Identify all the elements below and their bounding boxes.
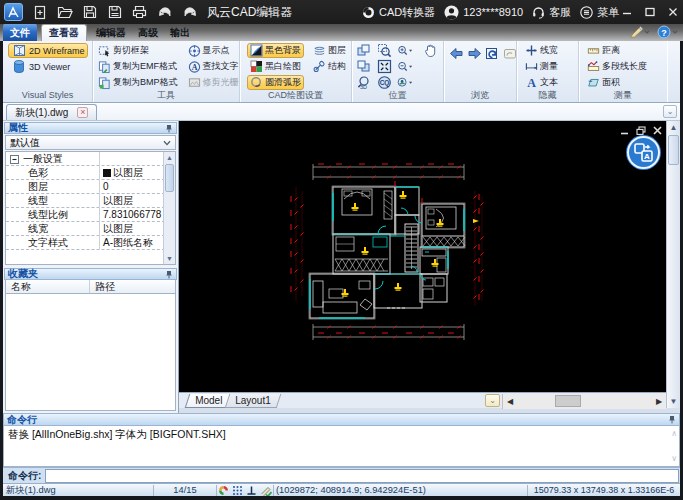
scroll-up-icon[interactable]: ▲ [164, 152, 175, 163]
zoom-in-button[interactable] [397, 42, 413, 58]
zoom-extents-button[interactable] [376, 58, 392, 74]
ortho-toggle-icon[interactable] [246, 485, 257, 496]
minimize-button[interactable] [619, 4, 634, 20]
user-account-button[interactable]: 123****8910 [444, 5, 523, 20]
maximize-button[interactable] [642, 4, 657, 20]
drawing-canvas[interactable]: A [179, 121, 666, 392]
new-file-button[interactable] [31, 4, 48, 21]
hide-measure-button[interactable]: 测量 [522, 59, 561, 74]
hide-line-width-button[interactable]: 线宽 [522, 43, 561, 58]
property-row-lineweight[interactable]: 线宽 以图层 [6, 222, 175, 236]
view-next-button[interactable] [355, 58, 371, 74]
property-row-layer[interactable]: 图层 0 [6, 180, 175, 194]
favorites-list[interactable] [5, 294, 176, 411]
black-background-button[interactable]: 黑色背景 [247, 43, 304, 58]
osnap-toggle-icon[interactable] [218, 485, 229, 496]
scroll-down-icon[interactable]: ∨ [671, 454, 677, 463]
clip-frame-button[interactable]: 剪切框架 [95, 43, 181, 58]
doc-minimize-icon[interactable] [620, 126, 629, 135]
smooth-arc-button[interactable]: 圆滑弧形 [247, 75, 304, 90]
browse-home-button[interactable] [484, 45, 500, 61]
menu-button[interactable]: 菜单 [580, 5, 619, 20]
pin-icon[interactable] [165, 124, 173, 133]
pin-icon[interactable] [668, 415, 676, 424]
scroll-down-icon[interactable]: ▼ [164, 253, 175, 264]
area-icon [587, 76, 600, 90]
property-group-row[interactable]: 一般设置 [6, 152, 175, 166]
measure-polyline-button[interactable]: 多段线长度 [584, 59, 650, 74]
named-views-button[interactable] [397, 74, 413, 90]
document-tab[interactable]: 新块(1).dwg × [6, 104, 97, 120]
tab-viewer[interactable]: 查看器 [41, 24, 87, 41]
save-button[interactable] [81, 4, 98, 21]
layout-overflow-button[interactable]: ⌄ [485, 394, 500, 407]
pin-icon[interactable] [165, 270, 173, 279]
quick-edit-button[interactable] [630, 25, 650, 40]
doctab-overflow-button[interactable]: ⌄ [663, 105, 677, 118]
property-preset-select[interactable]: 默认值 [5, 135, 176, 150]
horizontal-scrollbar[interactable]: ◀ ▶ [502, 394, 666, 409]
print-button[interactable] [131, 4, 148, 21]
favorites-col-name[interactable]: 名称 [6, 280, 90, 293]
redo-button[interactable] [181, 4, 198, 21]
layers-button[interactable]: 图层 [310, 43, 349, 58]
2d-wireframe-button[interactable]: 2D Wireframe [8, 43, 88, 58]
command-input[interactable] [45, 469, 679, 483]
tab-advanced[interactable]: 高级 [135, 24, 161, 41]
help-button[interactable]: ? [657, 25, 679, 41]
browse-back-button[interactable] [448, 45, 464, 61]
zoom-3d-button[interactable]: 3D [355, 74, 371, 90]
copy-emf-button[interactable]: 复制为EMF格式 [95, 59, 181, 74]
properties-scrollbar[interactable]: ▲ ▼ [163, 152, 175, 264]
command-output[interactable]: 替换 [AllInOneBig.shx] 字体为 [BIGFONT.SHX] ∧… [3, 426, 680, 467]
browse-history-button[interactable] [502, 45, 517, 61]
3d-viewer-button[interactable]: 3D Viewer [8, 59, 88, 74]
scroll-left-icon[interactable]: ◀ [503, 394, 517, 409]
grid-toggle-icon[interactable] [232, 485, 243, 496]
vscroll-thumb[interactable] [668, 135, 679, 165]
draw-toggle-icon[interactable] [260, 485, 273, 496]
layout1-tab[interactable]: Layout1 [225, 394, 281, 408]
undo-button[interactable] [156, 4, 173, 21]
browse-forward-button[interactable] [466, 45, 482, 61]
find-text-button[interactable]: A 查找文字 [185, 59, 240, 74]
zoom-out-button[interactable] [397, 58, 413, 74]
cad-converter-button[interactable]: CAD转换器 [362, 5, 435, 20]
doc-restore-icon[interactable] [636, 126, 646, 135]
tab-editor[interactable]: 编辑器 [93, 24, 129, 41]
favorites-col-path[interactable]: 路径 [90, 280, 115, 293]
support-button[interactable]: 客服 [532, 5, 571, 20]
scrollbar-thumb[interactable] [165, 164, 174, 192]
scroll-down-icon[interactable]: ▼ [667, 395, 680, 408]
view-previous-button[interactable] [355, 42, 371, 58]
hide-text-button[interactable]: A 文本 [522, 75, 561, 90]
open-file-button[interactable] [56, 4, 73, 21]
zoom-window-button[interactable] [376, 42, 392, 58]
structure-button[interactable]: 结构 [310, 59, 349, 74]
property-row-linetype[interactable]: 线型 以图层 [6, 194, 175, 208]
close-button[interactable] [665, 4, 680, 20]
property-row-linetype-scale[interactable]: 线型比例 7.831066778 [6, 208, 175, 222]
show-points-button[interactable]: 显示点 [185, 43, 240, 58]
zoom-selection-button[interactable]: CQ [376, 74, 392, 90]
scroll-right-icon[interactable]: ▶ [652, 394, 666, 409]
doc-close-icon[interactable] [653, 126, 662, 135]
vertical-scrollbar[interactable]: ▲ ▼ [666, 121, 680, 408]
measure-area-button[interactable]: 面积 [584, 75, 650, 90]
tab-output[interactable]: 输出 [167, 24, 193, 41]
collapse-icon[interactable] [10, 155, 19, 164]
property-row-text-style[interactable]: 文字样式 A-图纸名称 [6, 236, 175, 250]
close-document-icon[interactable]: × [77, 107, 88, 118]
scroll-up-icon[interactable]: ∧ [671, 429, 677, 438]
save-as-button[interactable] [106, 4, 123, 21]
pan-button[interactable] [422, 42, 438, 58]
measure-distance-button[interactable]: 距离 [584, 43, 650, 58]
copy-bmp-button[interactable]: 复制为BMP格式 [95, 75, 181, 90]
hscroll-thumb[interactable] [555, 395, 581, 407]
scroll-up-icon[interactable]: ▲ [667, 121, 680, 134]
trim-raster-button[interactable]: 修剪光栅 [185, 75, 240, 90]
bw-drawing-button[interactable]: 黑白绘图 [247, 59, 304, 74]
property-row-color[interactable]: 色彩 以图层 [6, 166, 175, 180]
tab-file[interactable]: 文件 [3, 24, 37, 41]
converter-badge[interactable]: A [627, 136, 660, 169]
